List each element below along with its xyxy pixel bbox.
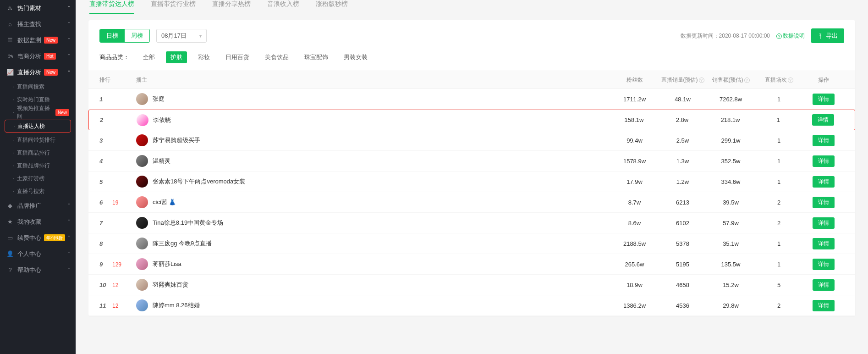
badge: New [55, 109, 69, 116]
main-content: 直播带货达人榜直播带货行业榜直播分享热榜音浪收入榜涨粉版秒榜 日榜周榜 08月1… [76, 0, 868, 354]
sidebar-item-续费中心[interactable]: ▭续费中心年付6折˅ [0, 230, 76, 246]
cell-host[interactable]: 温精灵 [136, 155, 610, 167]
avatar [136, 134, 148, 146]
sidebar-item-播主查找[interactable]: ⌕播主查找˅ [0, 16, 76, 32]
table-row: 1012 羽熙爽妹百货 18.9w 4658 15.2w 5 详情 [88, 275, 855, 295]
table-row: 3 苏宁易购超级买手 99.4w 2.5w 299.1w 1 详情 [88, 130, 855, 151]
data-explain-link[interactable]: ?数据说明 [776, 32, 805, 40]
sidebar-item-直播分析[interactable]: 📈直播分析New˄ [0, 64, 76, 80]
tab-涨粉版秒榜[interactable]: 涨粉版秒榜 [316, 0, 348, 14]
sidebar-subitem-直播间带货排行[interactable]: ·直播间带货排行 [0, 133, 76, 146]
host-name: 苏宁易购超级买手 [153, 136, 200, 144]
info-icon: ? [744, 77, 750, 83]
sidebar-item-我的收藏[interactable]: ★我的收藏˅ [0, 214, 76, 230]
info-icon: ? [699, 77, 704, 83]
detail-button[interactable]: 详情 [813, 155, 835, 167]
cell-fans: 265.6w [610, 261, 659, 268]
table-row: 9129 蒋丽莎Lisa 265.6w 5195 135.5w 1 详情 [88, 254, 855, 275]
sidebar-item-帮助中心[interactable]: ?帮助中心˅ [0, 262, 76, 278]
cell-host[interactable]: Tina徐总8.19中国黄金专场 [136, 217, 610, 229]
detail-button[interactable]: 详情 [813, 279, 835, 291]
sidebar-subitem-直播商品排行[interactable]: ·直播商品排行 [0, 146, 76, 159]
chevron-icon: ˅ [68, 235, 70, 240]
cell-amount: 39.5w [707, 199, 755, 206]
cell-sessions: 2 [755, 302, 803, 309]
host-name: 蒋丽莎Lisa [153, 260, 181, 268]
cell-host[interactable]: 陳婷mm 8.26结婚 [136, 299, 610, 311]
cell-host[interactable]: 蒋丽莎Lisa [136, 258, 610, 270]
sidebar-subitem-label: 实时热门直播 [17, 96, 50, 104]
filter-opt-珠宝配饰[interactable]: 珠宝配饰 [300, 51, 333, 63]
cell-action: 详情 [803, 238, 844, 249]
tab-直播分享热榜[interactable]: 直播分享热榜 [212, 0, 251, 14]
cell-host[interactable]: 陈三废gg 今晚9点直播 [136, 238, 610, 249]
cell-amount: 299.1w [707, 137, 755, 144]
sidebar-item-个人中心[interactable]: 👤个人中心˅ [0, 246, 76, 262]
tab-直播带货达人榜[interactable]: 直播带货达人榜 [89, 0, 134, 14]
cell-fans: 18.9w [610, 282, 659, 288]
segment-日榜[interactable]: 日榜 [100, 29, 125, 42]
filter-opt-男装女装[interactable]: 男装女装 [339, 51, 372, 63]
cell-amount: 29.8w [707, 302, 755, 309]
cell-host[interactable]: 李依晓 [137, 114, 610, 126]
sidebar-item-label: 电商分析 [17, 52, 41, 61]
help-icon: ? [6, 266, 14, 274]
cell-fans: 8.7w [610, 199, 659, 206]
cell-sales: 2.8w [658, 116, 706, 123]
sidebar-subitem-直播间搜索[interactable]: ·直播间搜索 [0, 80, 76, 93]
host-name: 陳婷mm 8.26结婚 [153, 301, 200, 310]
detail-button[interactable]: 详情 [813, 94, 835, 105]
detail-button[interactable]: 详情 [813, 176, 835, 188]
content-card: 日榜周榜 08月17日 ▾ 数据更新时间：2020-08-17 00:00:00… [88, 20, 855, 316]
cell-rank: 5 [99, 178, 136, 185]
cell-host[interactable]: 羽熙爽妹百货 [136, 279, 610, 291]
tab-直播带货行业榜[interactable]: 直播带货行业榜 [151, 0, 196, 14]
sidebar-subitem-直播号搜索[interactable]: ·直播号搜索 [0, 185, 76, 198]
cell-host[interactable]: 张素素18号下午两点veromoda女装 [136, 176, 610, 188]
detail-button[interactable]: 详情 [813, 217, 835, 229]
sidebar-item-品牌推广[interactable]: ◆品牌推广˅ [0, 198, 76, 214]
sidebar-subitem-实时热门直播[interactable]: ·实时热门直播 [0, 93, 76, 106]
sidebar-item-热门素材[interactable]: ♨热门素材˅ [0, 0, 76, 16]
cell-action: 详情 [803, 217, 844, 229]
detail-button[interactable]: 详情 [813, 197, 835, 208]
cell-host[interactable]: 张庭 [136, 93, 610, 105]
detail-button[interactable]: 详情 [813, 135, 835, 146]
cell-fans: 99.4w [610, 137, 659, 144]
filter-opt-日用百货[interactable]: 日用百货 [221, 51, 254, 63]
cell-amount: 57.9w [707, 220, 755, 227]
cell-rank: 1 [99, 96, 136, 103]
cell-host[interactable]: cici茜 👗 [136, 196, 610, 208]
detail-button[interactable]: 详情 [813, 259, 835, 270]
filter-opt-护肤[interactable]: 护肤 [166, 51, 187, 63]
detail-button[interactable]: 详情 [813, 238, 835, 249]
sidebar-subitem-视频热推直播间[interactable]: ·视频热推直播间New [0, 106, 76, 119]
segment-周榜[interactable]: 周榜 [125, 29, 149, 42]
badge: Hot [44, 53, 56, 60]
cell-host[interactable]: 苏宁易购超级买手 [136, 134, 610, 146]
sidebar-subitem-直播达人榜[interactable]: ·直播达人榜 [5, 120, 71, 133]
detail-button[interactable]: 详情 [813, 300, 835, 311]
period-segment: 日榜周榜 [99, 29, 150, 43]
filter-opt-美食饮品[interactable]: 美食饮品 [260, 51, 293, 63]
sidebar-subitem-直播品牌排行[interactable]: ·直播品牌排行 [0, 159, 76, 172]
sidebar-item-电商分析[interactable]: 🛍电商分析Hot˅ [0, 48, 76, 64]
database-icon: ☰ [6, 37, 14, 44]
tab-音浪收入榜[interactable]: 音浪收入榜 [267, 0, 299, 14]
cell-sales: 1.2w [659, 178, 707, 185]
host-name: 张庭 [153, 95, 165, 103]
export-button[interactable]: ⭱ 导出 [811, 28, 844, 43]
sidebar-item-数据监测[interactable]: ☰数据监测New˅ [0, 32, 76, 48]
sidebar-subitem-label: 直播品牌排行 [17, 162, 50, 170]
cell-sales: 2.5w [659, 137, 707, 144]
detail-button[interactable]: 详情 [812, 114, 834, 126]
filter-opt-全部[interactable]: 全部 [138, 51, 159, 63]
date-picker[interactable]: 08月17日 ▾ [156, 29, 207, 43]
host-name: 温精灵 [153, 157, 170, 165]
table-row: 5 张素素18号下午两点veromoda女装 17.9w 1.2w 334.6w… [88, 171, 855, 192]
chevron-icon: ˅ [68, 54, 70, 59]
sidebar-subitem-土豪打赏榜[interactable]: ·土豪打赏榜 [0, 172, 76, 185]
filter-opt-彩妆[interactable]: 彩妆 [193, 51, 214, 63]
cell-sales: 4658 [659, 282, 707, 288]
cell-amount: 7262.8w [707, 96, 755, 103]
